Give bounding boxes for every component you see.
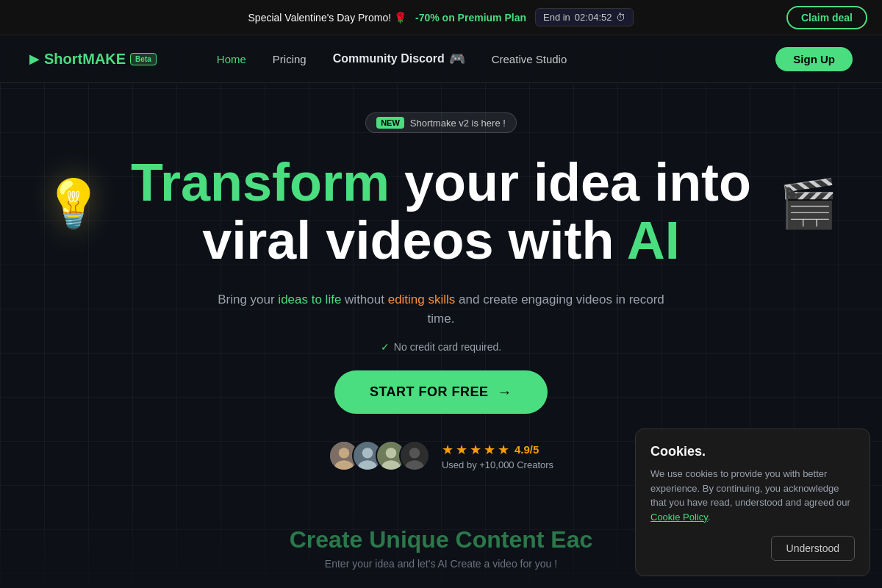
promo-timer-label: End in bbox=[543, 12, 570, 23]
cta-arrow-icon: → bbox=[498, 384, 513, 401]
star-2: ★ bbox=[456, 442, 467, 458]
svg-point-4 bbox=[362, 448, 373, 459]
promo-timer-value: 02:04:52 bbox=[575, 12, 612, 23]
star-3: ★ bbox=[470, 442, 481, 458]
hero-title-ai: AI bbox=[627, 211, 680, 270]
cta-label: START FOR FREE bbox=[370, 384, 489, 400]
promo-timer: End in 02:04:52 ⏱ bbox=[535, 8, 634, 26]
new-badge: NEW Shortmake v2 is here ! bbox=[365, 112, 517, 133]
nav-link-discord[interactable]: Community Discord 🎮 bbox=[333, 51, 465, 67]
check-icon: ✓ bbox=[381, 341, 390, 353]
subtitle-part1: Bring your bbox=[218, 293, 278, 306]
promo-text: Special Valentine's Day Promo! 🌹 bbox=[248, 12, 407, 24]
nav-link-home[interactable]: Home bbox=[217, 53, 246, 65]
subtitle-part3: and create engaging videos in record tim… bbox=[428, 293, 664, 326]
cookie-title: Cookies. bbox=[650, 444, 855, 459]
star-4: ★ bbox=[484, 442, 495, 458]
nav-discord-label: Community Discord bbox=[333, 52, 445, 65]
star-rating: ★ ★ ★ ★ ★ 4.9/5 bbox=[442, 442, 553, 458]
scroll-title: Create Unique Content Eac bbox=[290, 526, 593, 553]
claim-deal-button[interactable]: Claim deal bbox=[786, 6, 867, 29]
hero-title: Transform your idea intoviral videos wit… bbox=[131, 154, 751, 270]
creators-count: Used by +10,000 Creators bbox=[442, 459, 553, 470]
promo-bar: Special Valentine's Day Promo! 🌹 -70% on… bbox=[0, 0, 882, 35]
hero-subtitle: Bring your ideas to life without editing… bbox=[206, 290, 676, 328]
svg-point-7 bbox=[386, 448, 396, 459]
cookie-text: We use cookies to provide you with bette… bbox=[650, 467, 855, 524]
subtitle-editing: editing skills bbox=[388, 293, 456, 306]
logo-play-icon: ▶ bbox=[29, 51, 40, 67]
signup-button[interactable]: Sign Up bbox=[775, 47, 853, 71]
discord-icon: 🎮 bbox=[449, 51, 465, 67]
hero-section: NEW Shortmake v2 is here ! Transform you… bbox=[0, 83, 882, 471]
understood-button[interactable]: Understood bbox=[771, 536, 855, 561]
logo-badge: Beta bbox=[130, 53, 157, 65]
svg-point-1 bbox=[339, 448, 349, 459]
nav-links: Home Pricing Community Discord 🎮 Creativ… bbox=[217, 51, 567, 67]
no-credit-text: No credit card required. bbox=[394, 341, 501, 353]
avatar-group bbox=[329, 440, 430, 471]
rating-info: ★ ★ ★ ★ ★ 4.9/5 Used by +10,000 Creators bbox=[442, 442, 553, 470]
subtitle-ideas: ideas to life bbox=[278, 293, 341, 306]
subtitle-part2: without bbox=[345, 293, 388, 306]
star-1: ★ bbox=[442, 442, 453, 458]
promo-discount: -70% on Premium Plan bbox=[415, 12, 526, 24]
rating-number: 4.9/5 bbox=[514, 443, 539, 456]
no-credit-notice: ✓ No credit card required. bbox=[381, 341, 501, 353]
star-5: ★ bbox=[498, 442, 509, 458]
cookie-policy-link[interactable]: Cookie Policy bbox=[650, 512, 708, 523]
cookie-banner: Cookies. We use cookies to provide you w… bbox=[635, 429, 870, 576]
logo-text: ShortMAKE bbox=[44, 51, 126, 68]
svg-point-10 bbox=[409, 448, 420, 459]
badge-text: Shortmake v2 is here ! bbox=[410, 118, 506, 129]
logo[interactable]: ▶ ShortMAKE Beta bbox=[29, 51, 157, 68]
navbar: ▶ ShortMAKE Beta Home Pricing Community … bbox=[0, 35, 882, 83]
avatar-4 bbox=[399, 440, 430, 471]
badge-new-label: NEW bbox=[376, 117, 404, 129]
social-proof: ★ ★ ★ ★ ★ 4.9/5 Used by +10,000 Creators bbox=[329, 440, 553, 471]
start-for-free-button[interactable]: START FOR FREE → bbox=[334, 370, 548, 414]
nav-link-pricing[interactable]: Pricing bbox=[273, 53, 306, 65]
hero-title-transform: Transform bbox=[131, 153, 390, 212]
timer-icon: ⏱ bbox=[616, 12, 625, 23]
nav-link-creative-studio[interactable]: Creative Studio bbox=[492, 53, 567, 65]
scroll-subtitle: Enter your idea and let's AI Create a vi… bbox=[325, 558, 557, 570]
